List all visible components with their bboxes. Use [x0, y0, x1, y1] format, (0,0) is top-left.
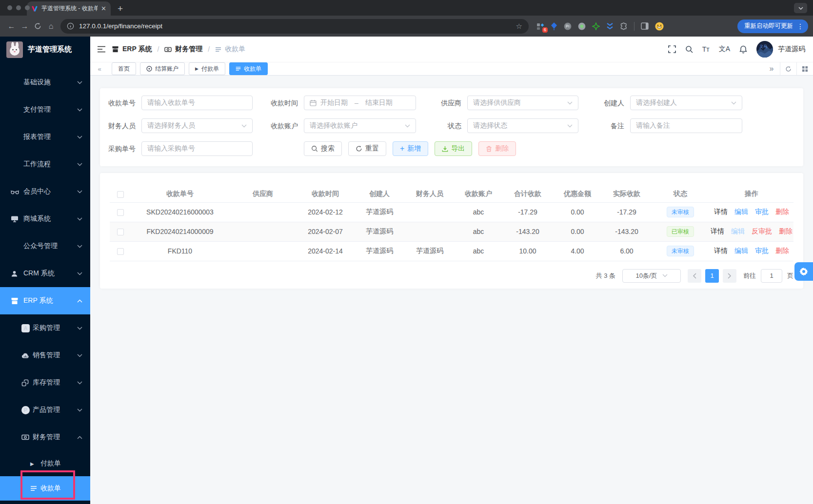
tab-home[interactable]: 首页 — [112, 62, 136, 75]
search-icon[interactable] — [685, 45, 693, 53]
receipt-time-range-picker[interactable]: 开始日期 – 结束日期 — [304, 96, 416, 110]
remark-input[interactable]: 请输入备注 — [630, 118, 742, 133]
sidebar-item-finance-mgmt[interactable]: 财务管理 — [0, 424, 90, 451]
detail-link[interactable]: 详情 — [714, 247, 728, 255]
home-icon[interactable]: ⌂ — [44, 22, 58, 31]
sidebar-item-member-center[interactable]: 会员中心 — [0, 178, 90, 205]
col-account: 收款账户 — [454, 186, 503, 202]
forward-icon[interactable]: → — [18, 22, 31, 31]
sidebar-item-sales-mgmt[interactable]: 销售管理 — [0, 342, 90, 369]
search-button[interactable]: 搜索 — [304, 141, 342, 156]
extension-gray-circle-icon[interactable] — [564, 22, 572, 30]
sidebar-item-payment[interactable]: 支付管理 — [0, 96, 90, 123]
page-size-select[interactable]: 10条/页 — [622, 269, 681, 283]
url-bar[interactable]: 127.0.0.1/erp/finance/receipt ☆ — [60, 19, 529, 34]
tab-payment-order[interactable]: ▶ 付款单 — [189, 62, 225, 75]
tabstrip-menu-button[interactable] — [794, 3, 807, 13]
sidebar-item-payment-order[interactable]: ▶ 付款单 — [0, 451, 90, 476]
sidebar-item-product-mgmt[interactable]: P 产品管理 — [0, 396, 90, 424]
creator-select[interactable]: 请选择创建人 — [630, 96, 742, 110]
approve-link[interactable]: 审批 — [755, 208, 769, 216]
username[interactable]: 芋道源码 — [778, 45, 805, 54]
edit-link-disabled[interactable]: 编辑 — [731, 227, 745, 236]
side-panel-icon[interactable] — [641, 22, 649, 30]
sidebar-item-erp-system[interactable]: ERP 系统 — [0, 287, 90, 314]
extension-double-chevron-icon[interactable] — [606, 22, 614, 30]
sidebar-item-inventory-mgmt[interactable]: 库存管理 — [0, 369, 90, 396]
prev-page-button[interactable] — [688, 269, 701, 283]
detail-link[interactable]: 详情 — [711, 227, 724, 236]
finance-staff-select[interactable]: 请选择财务人员 — [141, 118, 253, 133]
select-all-checkbox[interactable] — [117, 191, 124, 198]
add-button[interactable]: + 新增 — [393, 141, 428, 156]
unapprove-link[interactable]: 反审批 — [752, 227, 772, 236]
reset-button[interactable]: 重置 — [348, 141, 386, 156]
browser-tab[interactable]: 芋道管理系统 - 收款单 ✕ — [27, 1, 111, 16]
refresh-page-icon[interactable] — [780, 62, 796, 75]
export-button[interactable]: 导出 — [435, 141, 472, 156]
row-checkbox[interactable] — [117, 209, 124, 216]
sidebar-item-infrastructure[interactable]: 基础设施 — [0, 69, 90, 96]
logo-avatar — [6, 41, 23, 58]
extension-blocks-icon[interactable]: 6 — [536, 22, 544, 30]
purchase-no-input[interactable]: 请输入采购单号 — [141, 141, 253, 156]
goto-page-input[interactable]: 1 — [761, 269, 782, 283]
menu-label: CRM 系统 — [23, 269, 55, 278]
profile-avatar-icon[interactable] — [655, 22, 664, 31]
layout-grid-icon[interactable] — [796, 62, 813, 75]
detail-link[interactable]: 详情 — [714, 208, 728, 216]
tab-receipt-order[interactable]: 收款单 — [229, 62, 268, 75]
extensions-puzzle-icon[interactable] — [620, 22, 628, 30]
receipt-no-input[interactable]: 请输入收款单号 — [141, 96, 253, 110]
reload-icon[interactable] — [31, 22, 44, 30]
tab-settlement-account[interactable]: 结算账户 — [140, 62, 185, 75]
next-page-button[interactable] — [723, 269, 736, 283]
edit-link[interactable]: 编辑 — [734, 208, 748, 216]
supplier-select[interactable]: 请选择供供应商 — [467, 96, 578, 110]
current-page-button[interactable]: 1 — [705, 269, 719, 283]
new-tab-button[interactable]: + — [118, 4, 123, 13]
window-close-button[interactable] — [7, 5, 12, 10]
delete-link[interactable]: 删除 — [775, 247, 789, 255]
bookmark-star-icon[interactable]: ☆ — [516, 22, 522, 31]
edit-link[interactable]: 编辑 — [734, 247, 748, 255]
tabs-scroll-left-icon[interactable]: « — [94, 65, 105, 73]
tab-close-icon[interactable]: ✕ — [101, 5, 106, 12]
breadcrumb-erp[interactable]: ERP 系统 — [122, 45, 152, 54]
receipt-account-select[interactable]: 请选择收款账户 — [304, 118, 416, 133]
chrome-update-button[interactable]: 重新启动即可更新 ⋮ — [737, 19, 808, 33]
approve-link[interactable]: 审批 — [755, 247, 769, 255]
settings-fab[interactable] — [794, 262, 813, 281]
breadcrumb-finance[interactable]: 财务管理 — [175, 45, 202, 54]
sidebar-item-purchase-mgmt[interactable]: A 采购管理 — [0, 314, 90, 342]
fullscreen-icon[interactable] — [668, 45, 676, 53]
extension-kite-icon[interactable] — [551, 22, 557, 30]
extension-green-star-icon[interactable] — [592, 22, 600, 30]
window-minimize-button[interactable] — [16, 5, 21, 10]
row-checkbox[interactable] — [117, 248, 124, 255]
status-select[interactable]: 请选择状态 — [467, 118, 578, 133]
sidebar-item-mall-system[interactable]: 商城系统 — [0, 205, 90, 233]
delete-link[interactable]: 删除 — [779, 227, 793, 236]
button-label: 重置 — [365, 144, 379, 153]
delete-button[interactable]: 删除 — [478, 141, 516, 156]
window-maximize-button[interactable] — [25, 5, 30, 10]
sidebar-item-official-account[interactable]: 公众号管理 — [0, 233, 90, 260]
sidebar-item-receipt-order[interactable]: 收款单 — [0, 476, 90, 501]
sidebar-item-reports[interactable]: 报表管理 — [0, 123, 90, 151]
font-size-icon[interactable]: Tт — [702, 45, 710, 53]
bell-icon[interactable] — [739, 45, 747, 54]
sidebar-item-workflow[interactable]: 工作流程 — [0, 151, 90, 178]
user-avatar[interactable]: 义乌 — [756, 41, 773, 58]
site-info-icon[interactable] — [67, 22, 74, 30]
row-checkbox[interactable] — [117, 229, 124, 235]
browser-menu-kebab-icon[interactable]: ⋮ — [797, 22, 804, 30]
language-icon[interactable]: 文A — [719, 45, 730, 54]
sidebar-logo[interactable]: 芋道管理系统 — [0, 37, 90, 62]
menu-fold-icon[interactable] — [97, 46, 106, 53]
back-icon[interactable]: ← — [5, 22, 18, 31]
delete-link[interactable]: 删除 — [775, 208, 789, 216]
tabs-scroll-right-icon[interactable]: » — [763, 62, 780, 75]
extension-green-dot-icon[interactable] — [578, 22, 586, 30]
sidebar-item-crm-system[interactable]: CRM 系统 — [0, 260, 90, 287]
